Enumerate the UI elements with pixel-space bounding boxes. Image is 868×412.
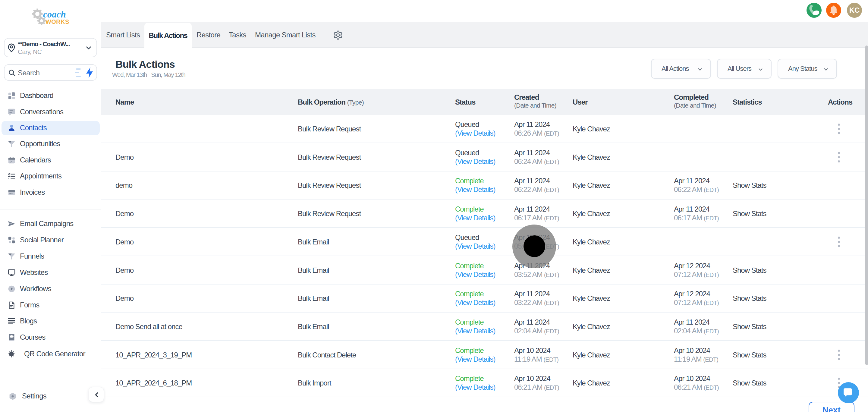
svg-text:WORKS: WORKS bbox=[45, 19, 69, 25]
svg-text:coach: coach bbox=[43, 9, 66, 20]
